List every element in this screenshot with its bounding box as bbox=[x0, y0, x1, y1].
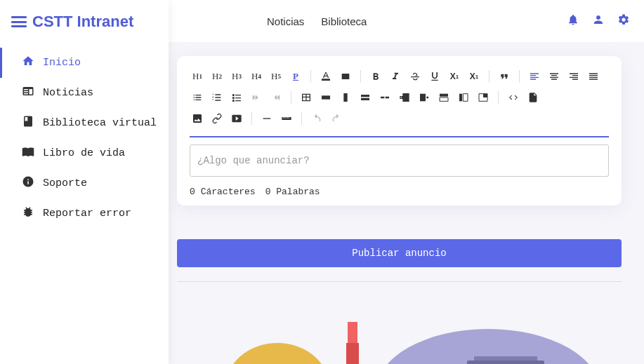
header-nav: Noticias Biblioteca bbox=[267, 15, 367, 27]
word-count: 0 Palabras bbox=[265, 187, 320, 197]
svg-rect-0 bbox=[342, 74, 350, 79]
table-header-row-icon[interactable] bbox=[436, 90, 452, 105]
redo-icon[interactable] bbox=[329, 111, 344, 126]
align-left-icon[interactable] bbox=[527, 69, 542, 84]
h3-button[interactable]: H3 bbox=[229, 69, 244, 84]
table-add-col-right-icon[interactable] bbox=[416, 90, 432, 105]
superscript-icon[interactable]: X1 bbox=[466, 69, 482, 84]
book-icon bbox=[22, 115, 34, 131]
toolbar-row-3 bbox=[190, 108, 609, 129]
image-icon[interactable] bbox=[190, 111, 205, 126]
news-icon bbox=[22, 85, 34, 101]
align-right-icon[interactable] bbox=[566, 69, 581, 84]
sidebar-item-label: Noticias bbox=[43, 87, 93, 99]
separator bbox=[301, 112, 302, 125]
table-del-row-icon[interactable] bbox=[318, 90, 334, 105]
h1-button[interactable]: H1 bbox=[190, 69, 205, 84]
table-add-col-left-icon[interactable] bbox=[397, 90, 412, 105]
sidebar-item-label: Biblioteca virtual bbox=[43, 117, 157, 129]
hamburger-icon[interactable] bbox=[11, 16, 27, 27]
building-shape bbox=[467, 360, 544, 364]
hr-icon[interactable] bbox=[259, 111, 275, 126]
list-ul-icon[interactable] bbox=[190, 90, 205, 105]
link-icon[interactable] bbox=[209, 111, 225, 126]
align-center-icon[interactable] bbox=[546, 69, 562, 84]
code-block-icon[interactable] bbox=[506, 90, 521, 105]
hill-purple-shape bbox=[376, 329, 600, 364]
info-icon bbox=[22, 175, 34, 191]
hill-yellow-shape bbox=[225, 343, 330, 364]
bold-icon[interactable] bbox=[368, 69, 383, 84]
app-title: CSTT Intranet bbox=[32, 13, 133, 31]
sidebar-item-soporte[interactable]: Soporte bbox=[0, 168, 169, 198]
sidebar-item-reportar[interactable]: Reportar error bbox=[0, 198, 169, 229]
separator bbox=[498, 91, 499, 104]
file-icon[interactable] bbox=[525, 90, 541, 105]
table-header-col-icon[interactable] bbox=[456, 90, 471, 105]
editor-toolbar: H1 H2 H3 H4 H5 P X1 X1 bbox=[190, 66, 609, 137]
header-icons bbox=[567, 13, 630, 29]
highlight-icon[interactable] bbox=[338, 69, 353, 84]
separator bbox=[489, 70, 489, 83]
table-ins-row-icon[interactable] bbox=[357, 90, 373, 105]
nav-link-biblioteca[interactable]: Biblioteca bbox=[321, 15, 367, 27]
list-check-icon[interactable] bbox=[229, 90, 244, 105]
table-split-icon[interactable] bbox=[377, 90, 393, 105]
user-icon[interactable] bbox=[592, 13, 605, 29]
h4-button[interactable]: H4 bbox=[249, 69, 264, 84]
align-justify-icon[interactable] bbox=[586, 69, 601, 84]
separator bbox=[519, 70, 520, 83]
ruler-icon[interactable] bbox=[279, 111, 294, 126]
sidebar-item-label: Inicio bbox=[43, 57, 81, 69]
publish-button[interactable]: Publicar anuncio bbox=[177, 239, 622, 267]
editor-card: H1 H2 H3 H4 H5 P X1 X1 bbox=[177, 56, 622, 205]
illustration bbox=[176, 294, 622, 364]
sidebar-item-noticias[interactable]: Noticias bbox=[0, 78, 169, 108]
font-color-icon[interactable] bbox=[318, 69, 334, 84]
svg-rect-6 bbox=[263, 118, 271, 119]
gear-icon[interactable] bbox=[617, 13, 630, 29]
toolbar-row-2 bbox=[190, 87, 609, 108]
underline-icon[interactable] bbox=[427, 69, 442, 84]
separator bbox=[291, 91, 291, 104]
separator bbox=[251, 112, 252, 125]
indent-right-icon[interactable] bbox=[249, 90, 264, 105]
editor-stats: 0 Cáracteres 0 Palabras bbox=[190, 187, 609, 197]
separator bbox=[310, 70, 311, 83]
sidebar-item-inicio[interactable]: Inicio bbox=[0, 48, 169, 78]
strikethrough-icon[interactable] bbox=[407, 69, 423, 84]
undo-icon[interactable] bbox=[309, 111, 324, 126]
paragraph-button[interactable]: P bbox=[288, 69, 303, 84]
quote-icon[interactable] bbox=[497, 69, 512, 84]
sidebar-header: CSTT Intranet bbox=[0, 0, 169, 43]
sidebar-item-libro-vida[interactable]: Libro de vida bbox=[0, 138, 169, 168]
sidebar-item-label: Libro de vida bbox=[43, 147, 125, 159]
table-del-col-icon[interactable] bbox=[338, 90, 353, 105]
sidebar: CSTT Intranet Inicio Noticias Biblioteca… bbox=[0, 0, 169, 364]
book-open-icon bbox=[22, 145, 34, 161]
sidebar-menu: Inicio Noticias Biblioteca virtual Libro… bbox=[0, 43, 169, 229]
svg-rect-2 bbox=[343, 93, 347, 102]
svg-rect-1 bbox=[322, 95, 330, 99]
separator bbox=[360, 70, 361, 83]
indent-left-icon[interactable] bbox=[268, 90, 284, 105]
svg-rect-4 bbox=[420, 94, 426, 102]
h2-button[interactable]: H2 bbox=[209, 69, 225, 84]
subscript-icon[interactable]: X1 bbox=[447, 69, 462, 84]
italic-icon[interactable] bbox=[388, 69, 403, 84]
editor-input[interactable]: ¿Algo que anunciar? bbox=[190, 144, 609, 177]
svg-rect-3 bbox=[403, 94, 409, 102]
sidebar-item-biblioteca[interactable]: Biblioteca virtual bbox=[0, 108, 169, 138]
tower-cap-shape bbox=[346, 343, 359, 364]
divider bbox=[177, 281, 622, 282]
sidebar-item-label: Reportar error bbox=[43, 208, 131, 220]
home-icon bbox=[22, 55, 34, 71]
table-cell-icon[interactable] bbox=[475, 90, 491, 105]
bell-icon[interactable] bbox=[567, 13, 579, 29]
list-ol-icon[interactable] bbox=[209, 90, 225, 105]
video-icon[interactable] bbox=[229, 111, 244, 126]
char-count: 0 Cáracteres bbox=[190, 187, 256, 197]
h5-button[interactable]: H5 bbox=[268, 69, 284, 84]
nav-link-noticias[interactable]: Noticias bbox=[267, 15, 304, 27]
table-icon[interactable] bbox=[298, 90, 314, 105]
